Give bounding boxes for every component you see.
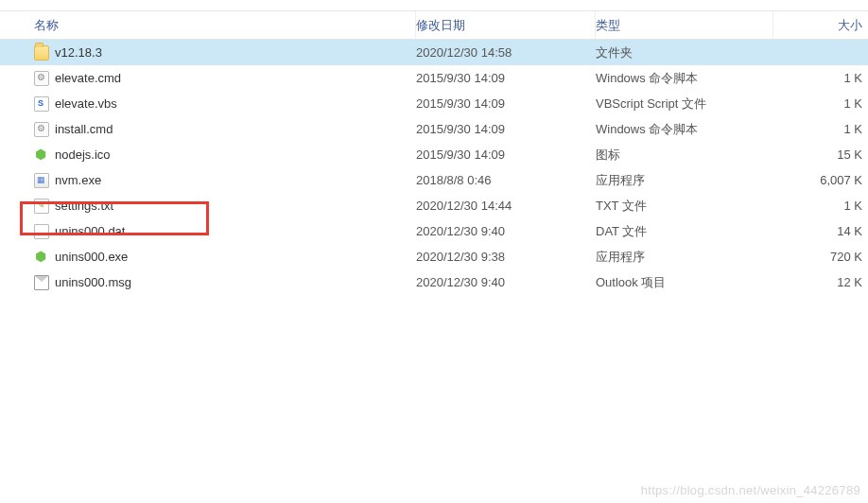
file-type: Windows 命令脚本 bbox=[596, 121, 773, 138]
file-name: elevate.vbs bbox=[55, 96, 117, 111]
window-top-fragment bbox=[0, 0, 868, 11]
txt-icon bbox=[34, 199, 49, 214]
file-row[interactable]: nodejs.ico2015/9/30 14:09图标15 K bbox=[0, 142, 868, 167]
file-type: 图标 bbox=[596, 147, 773, 164]
file-size: 6,007 K bbox=[773, 173, 868, 187]
gear-icon bbox=[34, 71, 49, 86]
file-row[interactable]: unins000.exe2020/12/30 9:38应用程序720 K bbox=[0, 244, 868, 269]
file-modified: 2020/12/30 9:38 bbox=[416, 250, 596, 264]
column-header-modified[interactable]: 修改日期 bbox=[416, 11, 596, 39]
file-row[interactable]: install.cmd2015/9/30 14:09Windows 命令脚本1 … bbox=[0, 116, 868, 142]
file-size: 720 K bbox=[773, 250, 868, 264]
column-header-type[interactable]: 类型 bbox=[596, 11, 773, 39]
file-row[interactable]: v12.18.32020/12/30 14:58文件夹 bbox=[0, 40, 868, 65]
node-icon bbox=[34, 147, 49, 163]
file-name: settings.txt bbox=[55, 199, 113, 213]
file-size: 1 K bbox=[773, 96, 868, 111]
watermark-text: https://blog.csdn.net/weixin_44226789 bbox=[641, 483, 860, 497]
folder-icon bbox=[34, 45, 49, 61]
gear-icon bbox=[34, 122, 49, 137]
file-row[interactable]: elevate.cmd2015/9/30 14:09Windows 命令脚本1 … bbox=[0, 65, 868, 91]
file-type: 应用程序 bbox=[596, 172, 773, 189]
file-size: 1 K bbox=[773, 199, 868, 213]
file-row[interactable]: settings.txt2020/12/30 14:44TXT 文件1 K bbox=[0, 193, 868, 218]
file-type: 应用程序 bbox=[596, 249, 773, 266]
file-name: unins000.exe bbox=[55, 250, 128, 264]
file-size: 15 K bbox=[773, 147, 868, 162]
file-type: 文件夹 bbox=[596, 44, 773, 61]
file-type: TXT 文件 bbox=[596, 198, 773, 215]
file-icon bbox=[34, 224, 49, 239]
file-modified: 2015/9/30 14:09 bbox=[416, 71, 596, 85]
file-modified: 2015/9/30 14:09 bbox=[416, 122, 596, 136]
mail-icon bbox=[34, 275, 49, 290]
file-modified: 2015/9/30 14:09 bbox=[416, 96, 596, 111]
file-name: unins000.dat bbox=[55, 224, 125, 238]
file-row[interactable]: unins000.msg2020/12/30 9:40Outlook 项目12 … bbox=[0, 269, 868, 295]
file-name: unins000.msg bbox=[55, 275, 131, 289]
column-header-name[interactable]: 名称 bbox=[0, 11, 416, 39]
file-modified: 2020/12/30 14:58 bbox=[416, 45, 596, 60]
file-modified: 2020/12/30 14:44 bbox=[416, 199, 596, 213]
file-type: Windows 命令脚本 bbox=[596, 70, 773, 87]
column-header-row: 名称 修改日期 类型 大小 bbox=[0, 11, 868, 40]
file-name: v12.18.3 bbox=[55, 45, 102, 60]
node-icon bbox=[34, 250, 49, 265]
file-name: install.cmd bbox=[55, 122, 113, 136]
file-modified: 2015/9/30 14:09 bbox=[416, 147, 596, 162]
file-row[interactable]: elevate.vbs2015/9/30 14:09VBScript Scrip… bbox=[0, 91, 868, 116]
file-list: v12.18.32020/12/30 14:58文件夹elevate.cmd20… bbox=[0, 40, 868, 295]
file-modified: 2018/8/8 0:46 bbox=[416, 173, 596, 187]
column-header-size[interactable]: 大小 bbox=[773, 17, 868, 34]
file-type: DAT 文件 bbox=[596, 223, 773, 240]
file-name: elevate.cmd bbox=[55, 71, 121, 85]
file-row[interactable]: nvm.exe2018/8/8 0:46应用程序6,007 K bbox=[0, 167, 868, 193]
file-name: nodejs.ico bbox=[55, 147, 111, 162]
file-row[interactable]: unins000.dat2020/12/30 9:40DAT 文件14 K bbox=[0, 218, 868, 244]
app-icon bbox=[34, 173, 49, 188]
script-icon bbox=[34, 96, 49, 112]
file-size: 1 K bbox=[773, 71, 868, 85]
file-name: nvm.exe bbox=[55, 173, 101, 187]
file-modified: 2020/12/30 9:40 bbox=[416, 224, 596, 238]
file-type: VBScript Script 文件 bbox=[596, 95, 773, 113]
file-modified: 2020/12/30 9:40 bbox=[416, 275, 596, 289]
file-type: Outlook 项目 bbox=[596, 274, 773, 291]
file-size: 1 K bbox=[773, 122, 868, 136]
file-size: 12 K bbox=[773, 275, 868, 289]
file-size: 14 K bbox=[773, 224, 868, 238]
